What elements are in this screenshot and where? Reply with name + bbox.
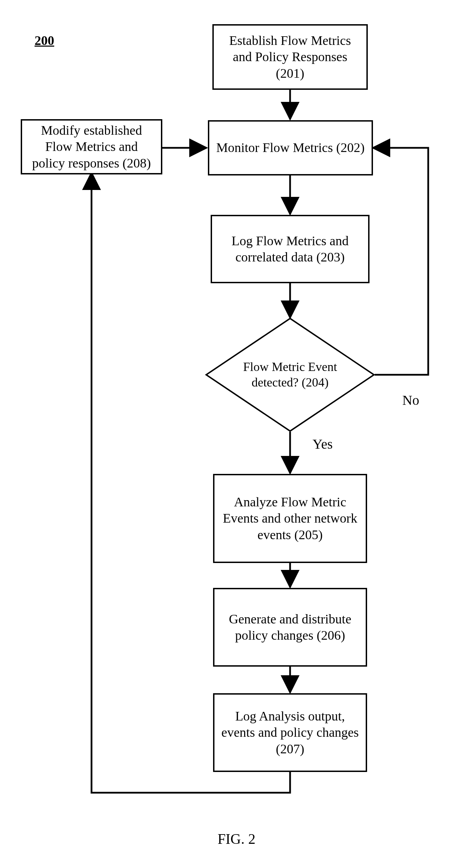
node-207: Log Analysis output, events and policy c… [213, 693, 367, 772]
node-202-text: Monitor Flow Metrics (202) [216, 140, 365, 156]
node-203-text: Log Flow Metrics and correlated data (20… [218, 233, 362, 266]
flowchart-page: 200 Establish Flow Metrics and Policy Re… [0, 0, 470, 868]
node-203: Log Flow Metrics and correlated data (20… [211, 215, 370, 283]
node-205-text: Analyze Flow Metric Events and other net… [221, 494, 359, 543]
node-207-text: Log Analysis output, events and policy c… [221, 708, 359, 757]
figure-caption: FIG. 2 [218, 831, 256, 847]
edge-label-yes: Yes [313, 436, 333, 452]
node-204-text: Flow Metric Event detected? (204) [242, 359, 338, 390]
node-208-text: Modify established Flow Metrics and poli… [28, 122, 155, 172]
figure-number-label: 200 [35, 33, 54, 48]
node-201-text: Establish Flow Metrics and Policy Respon… [220, 32, 360, 82]
node-208: Modify established Flow Metrics and poli… [21, 119, 162, 174]
node-206-text: Generate and distribute policy changes (… [221, 611, 359, 644]
node-202: Monitor Flow Metrics (202) [208, 120, 373, 175]
node-205: Analyze Flow Metric Events and other net… [213, 474, 367, 563]
node-201: Establish Flow Metrics and Policy Respon… [212, 24, 368, 90]
node-206: Generate and distribute policy changes (… [213, 588, 367, 667]
node-204: Flow Metric Event detected? (204) [242, 345, 338, 404]
edge-label-no: No [402, 392, 419, 408]
